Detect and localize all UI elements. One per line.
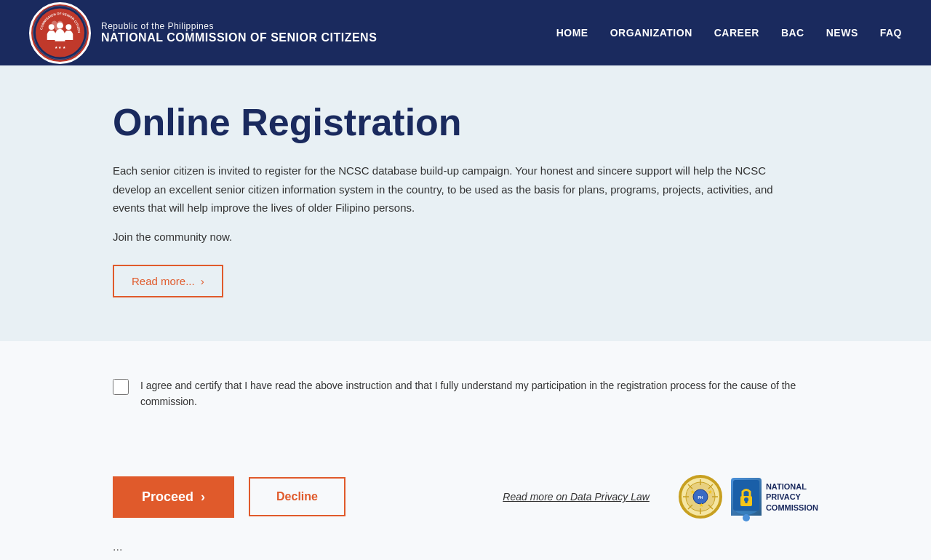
org-logo: ★ ★ ★ COMMISSION OF SENIOR CITIZENS	[29, 2, 91, 64]
phil-seal-logo: PH ★ ★ ★	[679, 475, 722, 519]
main-nav: HOME ORGANIZATION CAREER BAC NEWS FAQ	[556, 27, 902, 39]
read-more-chevron: ›	[201, 275, 204, 287]
agreement-label: I agree and certify that I have read the…	[140, 377, 818, 410]
agreement-section: I agree and certify that I have read the…	[0, 341, 931, 461]
agreement-row: I agree and certify that I have read the…	[113, 377, 818, 410]
hero-section: Online Registration Each senior citizen …	[0, 65, 931, 341]
proceed-label: Proceed	[142, 489, 193, 505]
svg-text:★ ★ ★: ★ ★ ★	[55, 46, 66, 49]
page-description: Each senior citizen is invited to regist…	[113, 161, 782, 217]
logo-area: ★ ★ ★ COMMISSION OF SENIOR CITIZENS Repu…	[29, 2, 377, 64]
svg-text:★: ★	[699, 503, 704, 508]
proceed-button[interactable]: Proceed ›	[113, 476, 234, 518]
decline-label: Decline	[276, 490, 318, 503]
decline-button[interactable]: Decline	[249, 477, 345, 516]
svg-text:★: ★	[690, 489, 695, 495]
agree-checkbox[interactable]	[113, 379, 129, 395]
npc-icon	[731, 478, 762, 516]
nav-news[interactable]: NEWS	[826, 27, 858, 39]
proceed-chevron: ›	[201, 489, 205, 505]
nav-bac[interactable]: BAC	[781, 27, 804, 39]
privacy-logos: PH ★ ★ ★	[679, 475, 818, 519]
npc-text: NATIONALPRIVACYCOMMISSION	[766, 481, 818, 513]
nav-organization[interactable]: ORGANIZATION	[610, 27, 692, 39]
read-more-button[interactable]: Read more... ›	[113, 265, 223, 297]
nav-home[interactable]: HOME	[556, 27, 588, 39]
svg-text:PH: PH	[698, 495, 703, 500]
join-text: Join the community now.	[113, 231, 818, 243]
page-title: Online Registration	[113, 102, 818, 143]
read-more-label: Read more...	[132, 275, 195, 287]
footer-dots: ...	[0, 533, 931, 560]
svg-text:★: ★	[708, 489, 713, 495]
buttons-row: Proceed › Decline Read more on Data Priv…	[0, 460, 931, 533]
svg-rect-27	[745, 500, 747, 503]
header: ★ ★ ★ COMMISSION OF SENIOR CITIZENS Repu…	[0, 0, 931, 65]
nav-faq[interactable]: FAQ	[880, 27, 902, 39]
npc-logo: NATIONALPRIVACYCOMMISSION	[731, 478, 818, 516]
privacy-link[interactable]: Read more on Data Privacy Law	[503, 491, 650, 503]
svg-point-4	[65, 24, 71, 30]
nav-career[interactable]: CAREER	[714, 27, 759, 39]
org-title: Republic of the Philippines NATIONAL COM…	[101, 21, 377, 44]
